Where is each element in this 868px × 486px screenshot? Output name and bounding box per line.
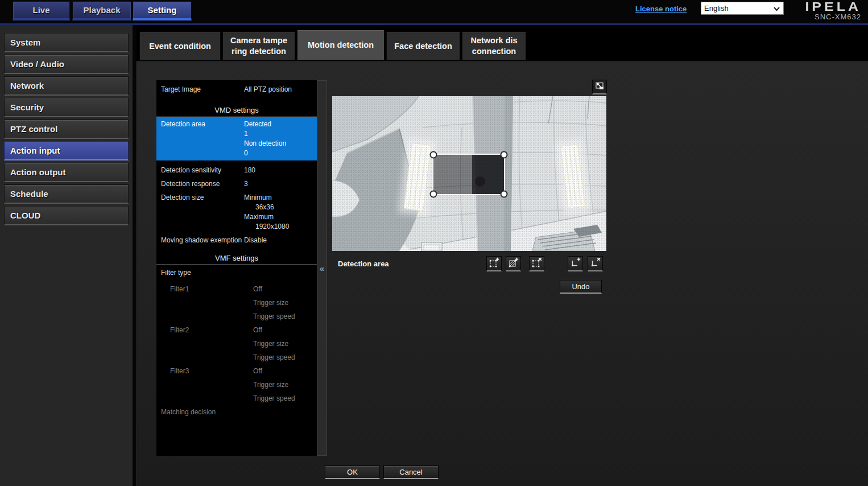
- tab-face-detection[interactable]: Face detection: [386, 32, 460, 60]
- sidebar-item-schedule[interactable]: Schedule: [4, 184, 129, 204]
- add-point-icon: [570, 257, 581, 270]
- undo-button[interactable]: Undo: [560, 280, 602, 294]
- detection-size-label: Detection size: [156, 193, 244, 232]
- language-select[interactable]: English: [701, 2, 784, 15]
- filter3-trigger-size-row[interactable]: Trigger size: [156, 380, 317, 390]
- matching-decision-label: Matching decision: [156, 407, 244, 417]
- detection-sensitivity-row[interactable]: Detection sensitivity 180: [156, 166, 317, 175]
- filter1-row[interactable]: Filter1 Off: [156, 285, 317, 294]
- filter1-label: Filter1: [156, 285, 253, 294]
- maximum-label: Maximum: [244, 212, 317, 222]
- filter1-trigger-speed: Trigger speed: [253, 312, 317, 322]
- filter3-row[interactable]: Filter3 Off: [156, 366, 317, 376]
- add-detection-area-button[interactable]: [486, 256, 502, 271]
- detection-size-row[interactable]: Detection size Minimum 36x36 Maximum 192…: [156, 193, 317, 232]
- ipela-logo: IPELA: [792, 1, 861, 12]
- filter1-trigger-size-row[interactable]: Trigger size: [156, 298, 317, 308]
- detection-area-row-values: Detected 1 Non detection 0: [244, 120, 317, 158]
- detection-area-row-label: Detection area: [156, 120, 244, 158]
- sidebar-item-video-audio[interactable]: Video / Audio: [4, 55, 129, 74]
- license-notice-link[interactable]: License notice: [635, 5, 687, 13]
- tab-event-condition[interactable]: Event condition: [139, 32, 221, 60]
- filter3-mode: Off: [253, 366, 317, 376]
- tab-motion-detection[interactable]: Motion detection: [297, 30, 385, 60]
- detection-handle-bottom-right[interactable]: [501, 191, 508, 198]
- filter3-trigger-size: Trigger size: [253, 380, 317, 390]
- language-select-wrap: English: [701, 2, 784, 15]
- vmd-settings-header: VMD settings: [156, 105, 317, 117]
- filter2-trigger-speed-row[interactable]: Trigger speed: [156, 353, 317, 363]
- detection-sensitivity-value: 180: [244, 166, 317, 175]
- collapse-settings-panel-button[interactable]: «: [317, 80, 327, 456]
- content-area: Event condition Camera tampe ring detect…: [137, 25, 868, 486]
- non-detection-count: 0: [244, 149, 317, 158]
- resize-view-icon: [594, 81, 605, 93]
- detection-size-values: Minimum 36x36 Maximum 1920x1080: [244, 193, 317, 232]
- vmf-settings-header: VMF settings: [156, 253, 317, 265]
- matching-decision-row[interactable]: Matching decision: [156, 407, 317, 417]
- filter2-trigger-size: Trigger size: [253, 339, 317, 349]
- target-image-label: Target Image: [156, 85, 244, 94]
- filter3-label: Filter3: [156, 366, 253, 376]
- delete-detection-area-button[interactable]: [529, 256, 544, 271]
- non-detection-label: Non detection: [244, 139, 317, 149]
- target-image-value: All PTZ position: [244, 85, 317, 94]
- detection-area-rectangle[interactable]: [432, 154, 505, 195]
- filter2-row[interactable]: Filter2 Off: [156, 326, 317, 335]
- sidebar-item-action-input[interactable]: Action input: [4, 141, 129, 160]
- sidebar-item-system[interactable]: System: [4, 33, 129, 52]
- filter-type-row: Filter type: [156, 268, 317, 278]
- motion-detection-panel: Target Image All PTZ position VMD settin…: [137, 61, 868, 486]
- detection-handle-bottom-left[interactable]: [430, 191, 437, 198]
- detection-handle-top-left[interactable]: [430, 151, 437, 159]
- detection-response-label: Detection response: [156, 179, 244, 189]
- add-non-detection-area-button[interactable]: [506, 256, 521, 271]
- settings-sidebar: System Video / Audio Network Security PT…: [0, 25, 133, 486]
- delete-detection-area-icon: [531, 257, 542, 270]
- detection-sensitivity-label: Detection sensitivity: [156, 166, 244, 175]
- detection-area-row[interactable]: Detection area Detected 1 Non detection …: [156, 117, 317, 160]
- filter1-trigger-speed-row[interactable]: Trigger speed: [156, 312, 317, 322]
- detected-count: 1: [244, 129, 317, 139]
- sidebar-item-security[interactable]: Security: [4, 98, 129, 117]
- detection-area-section-label: Detection area: [338, 260, 389, 268]
- tab-bar: Event condition Camera tampe ring detect…: [139, 30, 526, 60]
- moving-shadow-row[interactable]: Moving shadow exemption Disable: [156, 236, 317, 245]
- moving-shadow-label: Moving shadow exemption: [156, 236, 244, 245]
- delete-point-button[interactable]: [588, 256, 603, 271]
- sidebar-item-action-output[interactable]: Action output: [4, 163, 129, 182]
- filter2-trigger-size-row[interactable]: Trigger size: [156, 339, 317, 349]
- maximum-size-value: 1920x1080: [244, 222, 317, 232]
- detection-response-value: 3: [244, 179, 317, 189]
- tab-camera-tampering-detection[interactable]: Camera tampe ring detection: [222, 32, 295, 60]
- detection-handle-top-right[interactable]: [501, 151, 508, 159]
- add-point-button[interactable]: [568, 256, 583, 271]
- filter1-trigger-size: Trigger size: [253, 298, 317, 308]
- model-number: SNC-XM632: [792, 13, 861, 21]
- brand-block: IPELA SNC-XM632: [792, 1, 861, 21]
- target-image-row: Target Image All PTZ position: [156, 85, 317, 94]
- nav-playback-button[interactable]: Playback: [72, 1, 131, 20]
- tab-network-disconnection[interactable]: Network dis connection: [462, 32, 526, 60]
- filter3-trigger-speed-row[interactable]: Trigger speed: [156, 394, 317, 403]
- filter3-trigger-speed: Trigger speed: [253, 394, 317, 403]
- ok-button[interactable]: OK: [325, 466, 380, 479]
- sidebar-item-ptz-control[interactable]: PTZ control: [4, 120, 129, 139]
- detected-label: Detected: [244, 120, 317, 129]
- sidebar-item-cloud[interactable]: CLOUD: [4, 206, 129, 225]
- sidebar-divider: [133, 25, 137, 486]
- detection-area-shading: [472, 155, 504, 194]
- add-detection-area-icon: [489, 257, 499, 270]
- chevron-double-left-icon: «: [320, 263, 324, 273]
- sidebar-item-network[interactable]: Network: [4, 76, 129, 96]
- nav-setting-button[interactable]: Setting: [133, 1, 192, 20]
- camera-preview[interactable]: [332, 96, 606, 251]
- cancel-button[interactable]: Cancel: [383, 466, 439, 479]
- delete-point-icon: [590, 257, 601, 270]
- minimum-label: Minimum: [244, 193, 317, 203]
- nav-live-button[interactable]: Live: [13, 1, 70, 20]
- detection-response-row[interactable]: Detection response 3: [156, 179, 317, 189]
- add-non-detection-area-icon: [508, 257, 519, 270]
- filter1-mode: Off: [253, 285, 317, 294]
- resize-view-button[interactable]: [592, 80, 607, 94]
